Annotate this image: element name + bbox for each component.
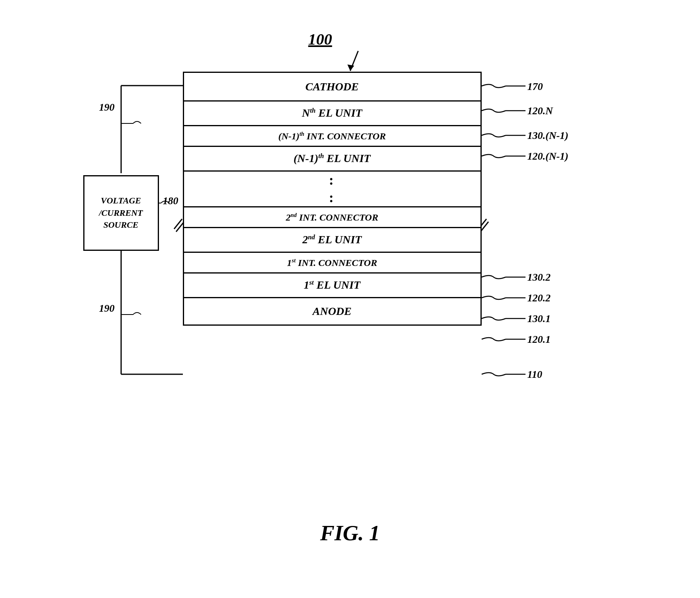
2nd-el-label: 2nd EL UNIT (302, 233, 362, 246)
ref-120n: 120.N (527, 105, 553, 117)
layer-cathode: CATHODE (183, 72, 482, 100)
diagram-container: 100 CATHODE Nth EL UNIT (N-1)th INT. CON… (0, 24, 700, 598)
ref-190-top: 190 (99, 102, 115, 113)
svg-line-18 (174, 219, 182, 229)
cathode-label: CATHODE (306, 80, 359, 93)
layer-2nd-connector: 2nd INT. CONNECTOR (183, 206, 482, 227)
layer-1st-el-unit: 1st EL UNIT (183, 272, 482, 297)
ref-120n1: 120.(N-1) (527, 150, 569, 162)
nth-el-label: Nth EL UNIT (302, 107, 362, 119)
source-line3: SOURCE (103, 219, 138, 231)
svg-marker-1 (347, 64, 354, 71)
anode-label: ANODE (312, 305, 351, 318)
ref-190-bottom: 190 (99, 303, 115, 315)
ref-100-label: 100 (308, 30, 332, 49)
svg-line-0 (350, 51, 358, 71)
1st-connector-label: 1st INT. CONNECTOR (287, 257, 377, 268)
n1-el-label: (N-1)th EL UNIT (294, 152, 371, 165)
svg-line-21 (480, 222, 488, 232)
dots-2: : (329, 189, 335, 206)
ref-130-2: 130.2 (527, 272, 551, 283)
ref-120-2: 120.2 (527, 292, 551, 304)
layer-2nd-el-unit: 2nd EL UNIT (183, 227, 482, 252)
n1-connector-label: (N-1)th INT. CONNECTOR (278, 131, 386, 142)
1st-el-label: 1st EL UNIT (304, 279, 360, 291)
layer-n1-connector: (N-1)th INT. CONNECTOR (183, 125, 482, 146)
voltage-source-box: VOLTAGE /CURRENT SOURCE (83, 175, 159, 251)
layer-dots: : : (183, 170, 482, 206)
ref-130-1: 130.1 (527, 313, 551, 325)
layer-1st-connector: 1st INT. CONNECTOR (183, 252, 482, 272)
source-line1: VOLTAGE (101, 195, 141, 207)
2nd-connector-label: 2nd INT. CONNECTOR (286, 212, 378, 223)
layer-n1-el-unit: (N-1)th EL UNIT (183, 146, 482, 170)
figure-label: FIG. 1 (320, 521, 380, 545)
layer-nth-el-unit: Nth EL UNIT (183, 100, 482, 125)
dots-1: : (329, 172, 335, 189)
ref-180: 180 (163, 195, 178, 207)
ref-170: 170 (527, 81, 543, 93)
ref-120-1: 120.1 (527, 334, 551, 346)
ref-110: 110 (527, 369, 543, 381)
main-area: 100 CATHODE Nth EL UNIT (N-1)th INT. CON… (71, 24, 629, 561)
layer-anode: ANODE (183, 297, 482, 326)
ref-130n1: 130.(N-1) (527, 130, 569, 142)
source-line2: /CURRENT (99, 207, 143, 219)
layer-stack: CATHODE Nth EL UNIT (N-1)th INT. CONNECT… (183, 72, 482, 326)
